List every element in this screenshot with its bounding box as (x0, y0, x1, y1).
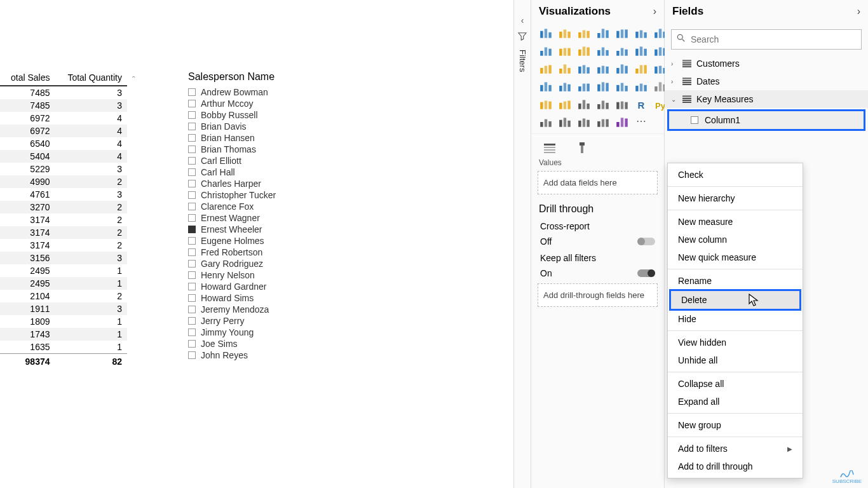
py-visual-icon[interactable] (557, 95, 573, 111)
fields-tab-icon[interactable] (543, 140, 558, 154)
slicer-item[interactable]: Carl Hall (188, 166, 353, 178)
table-row[interactable]: 31563 (0, 252, 127, 264)
table-row[interactable]: 52293 (0, 163, 127, 175)
slicer-item[interactable]: Jeremy Mendoza (188, 304, 353, 315)
filters-pane-collapsed[interactable]: ‹ Filters (513, 0, 531, 488)
expand-filters-icon[interactable]: ‹ (521, 15, 524, 25)
checkbox-icon[interactable] (188, 214, 196, 222)
collapse-fields-icon[interactable]: › (857, 6, 860, 17)
clustered-bar-icon[interactable] (557, 24, 573, 39)
table-row[interactable]: 31742 (0, 226, 127, 239)
cross-report-toggle[interactable] (637, 238, 655, 245)
multi-card-icon[interactable] (576, 78, 592, 93)
ctx-item-collapse-all[interactable]: Collapse all (668, 375, 803, 393)
drill-through-well[interactable]: Add drill-through fields here (538, 283, 658, 307)
stacked-column-icon[interactable] (595, 24, 611, 39)
ctx-item-rename[interactable]: Rename (668, 272, 803, 290)
fields-search-input[interactable] (691, 34, 856, 44)
line-column-icon[interactable] (576, 42, 592, 57)
checkbox-icon[interactable] (188, 283, 196, 290)
slicer-item[interactable]: Christopher Tucker (188, 189, 353, 201)
slicer-item[interactable]: Howard Gardner (188, 281, 353, 292)
decomposition-icon[interactable] (595, 95, 611, 111)
slicer-item[interactable]: Brian Hansen (188, 132, 353, 144)
clustered-column-icon[interactable] (614, 24, 630, 39)
table-row[interactable]: 65404 (0, 137, 127, 150)
custom1-icon[interactable] (595, 113, 611, 128)
checkbox-icon[interactable] (188, 271, 196, 279)
table-row[interactable]: 69724 (0, 125, 127, 137)
scroll-up-indicator[interactable]: ⌃ (131, 75, 136, 82)
ctx-item-view-hidden[interactable]: View hidden (668, 334, 803, 351)
table-header-sales[interactable]: otal Sales (0, 70, 55, 86)
fields-search-box[interactable] (671, 29, 862, 50)
table-row[interactable]: 18091 (0, 315, 127, 328)
checkbox-icon[interactable] (188, 111, 196, 119)
table-row[interactable]: 74853 (0, 99, 127, 112)
ellipsis-icon[interactable]: ⋯ (633, 113, 649, 128)
table-row[interactable]: 16351 (0, 341, 127, 354)
slicer-item[interactable]: Gary Rodriguez (188, 258, 353, 269)
field-column-column1[interactable]: Column1 (669, 111, 864, 129)
table-header-qty[interactable]: Total Quantity (55, 70, 127, 86)
map-icon[interactable] (614, 60, 630, 75)
r-visual-icon[interactable] (538, 95, 554, 111)
slicer-item[interactable]: Arthur Mccoy (188, 98, 353, 109)
paginated-icon[interactable]: R (633, 95, 649, 111)
slicer-item[interactable]: Andrew Bowman (188, 86, 353, 98)
ribbon-icon[interactable] (614, 42, 630, 57)
line-clustered-icon[interactable] (595, 42, 611, 57)
ctx-item-add-to-filters[interactable]: Add to filters▶ (668, 440, 803, 458)
slicer-item[interactable]: Brian Davis (188, 121, 353, 132)
keep-filters-toggle[interactable] (637, 269, 655, 277)
table-row[interactable]: 49902 (0, 175, 127, 188)
slicer-item[interactable]: John Reyes (188, 349, 353, 361)
slicer-item[interactable]: Carl Elliott (188, 155, 353, 166)
collapse-viz-icon[interactable]: › (653, 6, 656, 17)
arc-icon[interactable] (538, 113, 554, 128)
ctx-item-delete[interactable]: Delete (671, 291, 799, 309)
slicer-item[interactable]: Henry Nelson (188, 269, 353, 281)
checkbox-icon[interactable] (188, 329, 196, 336)
key-influencers-icon[interactable] (576, 95, 592, 111)
gauge-icon[interactable] (538, 78, 554, 93)
values-well[interactable]: Add data fields here (538, 171, 658, 194)
table-icon[interactable] (633, 78, 649, 93)
slicer-item[interactable]: Jimmy Young (188, 327, 353, 338)
fields-table-customers[interactable]: ›Customers (665, 55, 868, 72)
slicer-item[interactable]: Joe Sims (188, 338, 353, 349)
ctx-item-new-measure[interactable]: New measure (668, 213, 803, 231)
checkbox-icon[interactable] (188, 351, 196, 359)
table-row[interactable]: 19113 (0, 302, 127, 315)
area-icon[interactable] (538, 42, 554, 57)
checkbox-icon[interactable] (188, 146, 196, 153)
100-column-icon[interactable] (633, 24, 649, 39)
card-icon[interactable] (557, 78, 573, 93)
checkbox-icon[interactable] (188, 340, 196, 348)
checkbox-icon[interactable] (188, 260, 196, 268)
pie-icon[interactable] (557, 60, 573, 75)
donut-icon[interactable] (576, 60, 592, 75)
kpi-icon[interactable] (595, 78, 611, 93)
fields-table-key-measures[interactable]: ⌄Key Measures (665, 90, 868, 108)
ctx-item-new-group[interactable]: New group (668, 416, 803, 434)
checkbox-icon[interactable] (188, 134, 196, 142)
checkbox-icon[interactable] (188, 317, 196, 325)
slicer-item[interactable]: Brian Thomas (188, 144, 353, 155)
table-row[interactable]: 24951 (0, 264, 127, 277)
ctx-item-unhide-all[interactable]: Unhide all (668, 351, 803, 369)
table-row[interactable]: 74853 (0, 86, 127, 99)
ctx-item-expand-all[interactable]: Expand all (668, 393, 803, 410)
format-tab-icon[interactable] (574, 140, 590, 154)
ctx-item-new-quick-measure[interactable]: New quick measure (668, 248, 803, 266)
slicer-item[interactable]: Jerry Perry (188, 315, 353, 327)
checkbox-icon[interactable] (188, 88, 196, 96)
table-row[interactable]: 24951 (0, 277, 127, 290)
100-bar-icon[interactable] (576, 24, 592, 39)
waterfall-icon[interactable] (633, 42, 649, 57)
checkbox-icon[interactable] (188, 168, 196, 176)
ctx-item-hide[interactable]: Hide (668, 310, 803, 328)
slicer-icon[interactable] (614, 78, 630, 93)
ctx-item-new-hierarchy[interactable]: New hierarchy (668, 189, 803, 207)
table-visual[interactable]: ⌃ otal Sales Total Quantity 748537485369… (0, 70, 127, 368)
